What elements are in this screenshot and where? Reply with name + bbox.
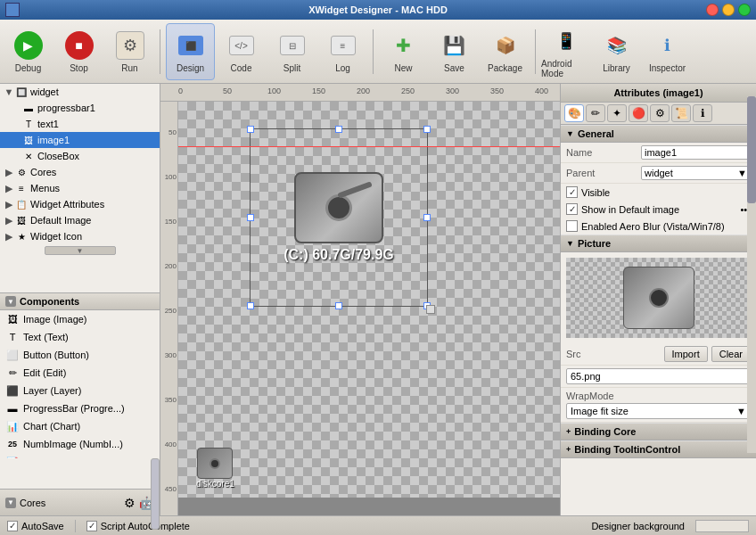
sel-handle-bm[interactable]: [335, 302, 342, 309]
tree-item-widget-icon[interactable]: ▶ ★ Widget Icon: [0, 228, 160, 244]
maximize-button[interactable]: [738, 4, 751, 16]
inspector-button[interactable]: ℹ Inspector: [643, 23, 692, 80]
comp-scrollbar[interactable]: [151, 458, 160, 530]
lruler-450: 450: [160, 485, 177, 493]
attr-name-value[interactable]: image1: [641, 145, 751, 160]
canvas-drawing-area[interactable]: (C:) 60.7G/79.9G: [178, 102, 560, 498]
comp-button[interactable]: ⬜ Button (Button): [0, 346, 160, 364]
attrs-tab-script[interactable]: 📜: [671, 104, 691, 122]
android-button[interactable]: 📱 Android Mode: [541, 23, 590, 80]
expand-icon[interactable]: ▼: [4, 86, 14, 97]
binding-core-header[interactable]: + Binding Core: [561, 423, 756, 440]
diskcore1-item[interactable]: diskcore1: [196, 448, 234, 489]
expand-icon-attrs[interactable]: ▶: [4, 199, 14, 210]
save-button[interactable]: 💾 Save: [430, 23, 479, 80]
attrs-tab-color[interactable]: 🔴: [629, 104, 648, 122]
title: XWidget Designer - MAC HDD: [308, 4, 448, 15]
canvas-resize-handle[interactable]: [426, 305, 435, 314]
tree-item-default-image[interactable]: ▶ 🖼 Default Image: [0, 212, 160, 228]
split-button[interactable]: ⊟ Split: [267, 23, 316, 80]
stop-icon: [65, 31, 94, 60]
attr-parent-value[interactable]: widget ▼: [641, 166, 751, 180]
tree-item-widget-attrs[interactable]: ▶ 📋 Widget Attributes: [0, 196, 160, 212]
run-icon: [116, 31, 144, 60]
expand-icon-cores[interactable]: ▶: [4, 167, 14, 177]
tree-item-cores[interactable]: ▶ ⚙ Cores: [0, 164, 160, 180]
components-collapse[interactable]: ▼: [5, 296, 16, 307]
tree-item-menus[interactable]: ▶ ≡ Menus: [0, 180, 160, 196]
tree-scrollbar[interactable]: ▼: [45, 246, 116, 255]
attrs-tab-settings[interactable]: ⚙: [650, 104, 670, 122]
expand-icon-menus[interactable]: ▶: [4, 183, 14, 193]
binding-tooltip-header[interactable]: + Binding TooltinControl: [561, 440, 756, 458]
sel-handle-ml[interactable]: [247, 214, 254, 221]
picture-collapse[interactable]: ▼: [566, 239, 574, 248]
visible-checkbox[interactable]: [566, 186, 578, 198]
attrs-tab-info[interactable]: ℹ: [693, 104, 712, 122]
attrs-tab-effect[interactable]: ✦: [607, 104, 627, 122]
attrs-tab-pencil[interactable]: ✏: [586, 104, 605, 122]
tree-item-image1[interactable]: 🖼 image1: [0, 132, 160, 148]
lruler-100: 100: [160, 173, 177, 181]
tree-label-widget: widget: [30, 86, 59, 97]
expand-icon-wicon[interactable]: ▶: [4, 231, 14, 242]
canvas-widget[interactable]: (C:) 60.7G/79.9G: [250, 128, 428, 307]
code-button[interactable]: </> Code: [217, 23, 266, 80]
disk-visual: [294, 172, 383, 243]
tree-item-text1[interactable]: T text1: [0, 116, 160, 132]
library-button[interactable]: 📚 Library: [592, 23, 641, 80]
aero-checkbox[interactable]: [566, 220, 578, 232]
comp-progressbar[interactable]: ▬ ProgressBar (Progre...): [0, 399, 160, 417]
comp-chart-icon: 📊: [5, 419, 20, 433]
comp-numbimage[interactable]: 25 NumbImage (NumbI...): [0, 435, 160, 453]
sel-handle-tl[interactable]: [247, 126, 254, 133]
new-button[interactable]: ✚ New: [379, 23, 428, 80]
binding-core-collapse[interactable]: +: [566, 427, 571, 436]
sel-handle-tm[interactable]: [335, 126, 342, 133]
expand-icon-defimage[interactable]: ▶: [4, 215, 14, 226]
tree-item-closebox[interactable]: ✕ CloseBox: [0, 148, 160, 164]
closebox-icon: ✕: [21, 149, 36, 163]
show-default-checkbox[interactable]: [566, 203, 578, 215]
defimage-icon: 🖼: [14, 213, 29, 227]
main-area: ▼ 🔲 widget ▬ progressbar1 T text1 🖼 imag…: [0, 84, 756, 515]
tree-item-progressbar1[interactable]: ▬ progressbar1: [0, 100, 160, 116]
sel-handle-bl[interactable]: [247, 302, 254, 309]
new-label: New: [394, 63, 412, 73]
attrs-tab-general[interactable]: 🎨: [564, 104, 584, 122]
wrapmode-select[interactable]: Image fit size ▼: [566, 403, 751, 419]
log-button[interactable]: ≡ Log: [318, 23, 367, 80]
general-collapse[interactable]: ▼: [566, 129, 574, 138]
src-value[interactable]: 65.png: [566, 368, 751, 384]
design-icon: ⬛: [178, 36, 203, 55]
binding-tooltip-collapse[interactable]: +: [566, 445, 571, 454]
minimize-button[interactable]: [722, 4, 735, 16]
sel-handle-tr[interactable]: [423, 126, 431, 133]
comp-edit[interactable]: ✏ Edit (Edit): [0, 364, 160, 382]
debug-button[interactable]: Debug: [4, 23, 53, 80]
aero-label: Enabled Aero Blur (Vista/Win7/8): [581, 221, 725, 232]
comp-text[interactable]: T Text (Text): [0, 328, 160, 346]
ruler-mark-400: 400: [535, 86, 548, 95]
close-button[interactable]: [706, 4, 719, 16]
tree-item-widget[interactable]: ▼ 🔲 widget: [0, 84, 160, 100]
lruler-350: 350: [160, 396, 177, 404]
package-button[interactable]: 📦 Package: [481, 23, 530, 80]
attr-parent-label: Parent: [566, 168, 637, 178]
comp-layer[interactable]: ⬛ Layer (Layer): [0, 382, 160, 399]
comp-chart[interactable]: 📊 Chart (Chart): [0, 417, 160, 435]
stop-button[interactable]: Stop: [54, 23, 103, 80]
diskcore1-label: diskcore1: [196, 479, 234, 489]
clear-button[interactable]: Clear: [711, 346, 751, 362]
run-button[interactable]: Run: [105, 23, 154, 80]
design-button[interactable]: ⬛ Design: [166, 23, 215, 80]
attrs-scrollbar-thumb[interactable]: [747, 96, 756, 203]
image-icon: 🖼: [21, 133, 36, 147]
sel-handle-mr[interactable]: [423, 214, 431, 221]
app-icon: [5, 3, 20, 17]
import-button[interactable]: Import: [664, 346, 708, 362]
designer-bg-swatch[interactable]: [695, 520, 749, 532]
toolbar-sep-1: [160, 29, 160, 74]
wrapmode-value: Image fit size: [571, 406, 629, 416]
comp-image[interactable]: 🖼 Image (Image): [0, 310, 160, 328]
